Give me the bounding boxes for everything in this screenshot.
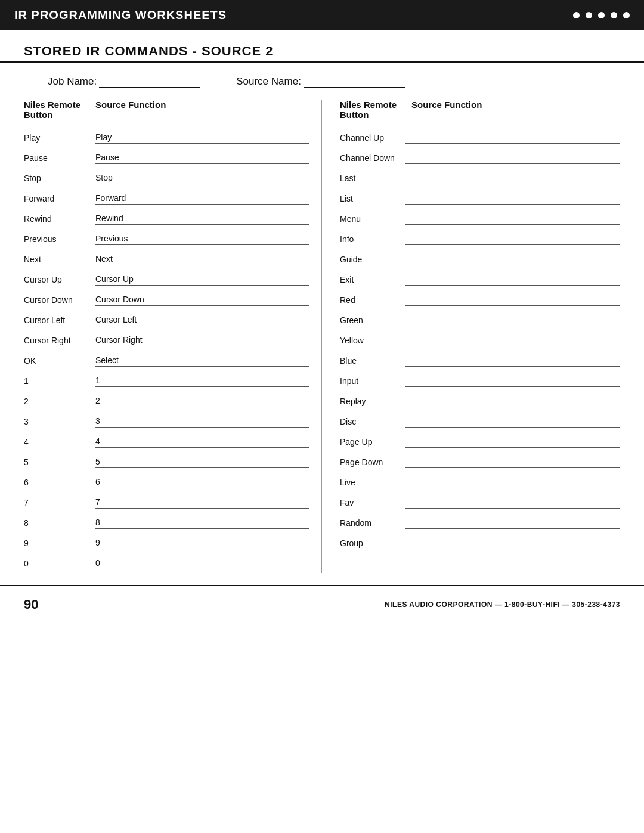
left-row: 4 4 <box>24 431 309 448</box>
left-row-label: Pause <box>24 153 95 164</box>
right-row-value-wrap <box>405 233 620 245</box>
right-row-label: Fav <box>340 498 405 509</box>
left-row: 5 5 <box>24 451 309 468</box>
left-row-value-wrap: Cursor Left <box>95 314 309 326</box>
right-row-label: Channel Down <box>340 153 405 164</box>
left-row-value: Previous <box>95 234 128 243</box>
right-hdr-source: Source Function <box>411 100 620 120</box>
right-row: Menu <box>340 208 620 225</box>
right-row: Blue <box>340 350 620 367</box>
left-row-value: Play <box>95 132 112 142</box>
right-row-value-wrap <box>405 375 620 387</box>
header-title: IR PROGRAMMING WORKSHEETS <box>14 8 227 22</box>
left-row-value-wrap: 7 <box>95 497 309 509</box>
job-name-underline <box>99 77 200 88</box>
job-name-field: Job Name: <box>48 76 200 88</box>
left-row-label: 0 <box>24 559 95 569</box>
left-row-label: 6 <box>24 478 95 488</box>
left-row-label: OK <box>24 356 95 367</box>
left-row-value: 2 <box>95 396 100 405</box>
dot-1 <box>573 12 580 18</box>
left-rows: Play Play Pause Pause Stop Stop Forward … <box>24 127 309 569</box>
left-row-value-wrap: 4 <box>95 436 309 448</box>
right-row-label: Yellow <box>340 336 405 346</box>
left-row: Cursor Down Cursor Down <box>24 289 309 306</box>
right-row: Last <box>340 168 620 184</box>
left-row-value: Rewind <box>95 213 123 223</box>
left-row: 3 3 <box>24 411 309 428</box>
left-row-label: 8 <box>24 518 95 529</box>
left-row-label: Forward <box>24 194 95 205</box>
left-row-value-wrap: Previous <box>95 233 309 245</box>
left-row-value-wrap: 1 <box>95 375 309 387</box>
right-row-label: Live <box>340 478 405 488</box>
left-row-value-wrap: 0 <box>95 558 309 569</box>
left-row-label: 9 <box>24 538 95 549</box>
right-row-label: Blue <box>340 356 405 367</box>
right-row-label: Page Up <box>340 437 405 448</box>
right-row-label: Random <box>340 518 405 529</box>
left-row-label: 3 <box>24 417 95 428</box>
left-row-label: 1 <box>24 376 95 387</box>
left-row-label: Play <box>24 133 95 144</box>
right-row-label: Replay <box>340 397 405 407</box>
left-row: Cursor Left Cursor Left <box>24 309 309 326</box>
left-row-value-wrap: Forward <box>95 193 309 205</box>
job-name-label: Job Name: <box>48 76 97 88</box>
left-row: Cursor Up Cursor Up <box>24 269 309 286</box>
header-bar: IR PROGRAMMING WORKSHEETS <box>0 0 644 30</box>
left-row-label: Previous <box>24 234 95 245</box>
right-row: Fav <box>340 492 620 509</box>
right-row: Channel Down <box>340 147 620 164</box>
left-row-value: 3 <box>95 416 100 426</box>
left-row-value: 7 <box>95 497 100 507</box>
right-row: Live <box>340 472 620 488</box>
source-name-label: Source Name: <box>236 76 301 88</box>
right-row-label: Guide <box>340 255 405 265</box>
left-row-label: 2 <box>24 397 95 407</box>
left-hdr-niles: Niles Remote Button <box>24 100 95 120</box>
left-row: Next Next <box>24 249 309 265</box>
right-row: Random <box>340 512 620 529</box>
source-name-underline <box>304 77 405 88</box>
right-row-value-wrap <box>405 152 620 164</box>
footer-company: NILES AUDIO CORPORATION — 1-800-BUY-HIFI… <box>385 600 620 609</box>
right-hdr-niles: Niles Remote Button <box>340 100 411 120</box>
left-row-value-wrap: Next <box>95 253 309 265</box>
left-row-value: Cursor Down <box>95 295 144 304</box>
right-row: Page Up <box>340 431 620 448</box>
left-row-value: 5 <box>95 457 100 466</box>
right-row-label: Input <box>340 376 405 387</box>
dot-3 <box>598 12 605 18</box>
left-row-label: Cursor Left <box>24 315 95 326</box>
footer-line <box>50 605 367 605</box>
right-row-value-wrap <box>405 314 620 326</box>
left-row: Previous Previous <box>24 228 309 245</box>
left-row-value: Select <box>95 355 119 365</box>
right-row: List <box>340 188 620 205</box>
left-row-value: Cursor Left <box>95 315 137 324</box>
left-row-value-wrap: Pause <box>95 152 309 164</box>
left-row: OK Select <box>24 350 309 367</box>
left-row: 6 6 <box>24 472 309 488</box>
source-name-field: Source Name: <box>236 76 405 88</box>
left-row: Stop Stop <box>24 168 309 184</box>
left-row-value-wrap: 3 <box>95 416 309 428</box>
left-row-value-wrap: 8 <box>95 517 309 529</box>
left-row-value: Forward <box>95 193 126 203</box>
right-row-value-wrap <box>405 355 620 367</box>
left-row: 1 1 <box>24 370 309 387</box>
left-row-value-wrap: Select <box>95 355 309 367</box>
left-row-label: Cursor Right <box>24 336 95 346</box>
left-row: Play Play <box>24 127 309 144</box>
left-row-label: Stop <box>24 174 95 184</box>
right-row-value-wrap <box>405 213 620 225</box>
left-row: 0 0 <box>24 553 309 569</box>
right-row-value-wrap <box>405 416 620 428</box>
right-row-value-wrap <box>405 517 620 529</box>
right-row-value-wrap <box>405 193 620 205</box>
header-dots <box>573 12 630 18</box>
right-row-label: List <box>340 194 405 205</box>
right-row-value-wrap <box>405 537 620 549</box>
left-row: 7 7 <box>24 492 309 509</box>
